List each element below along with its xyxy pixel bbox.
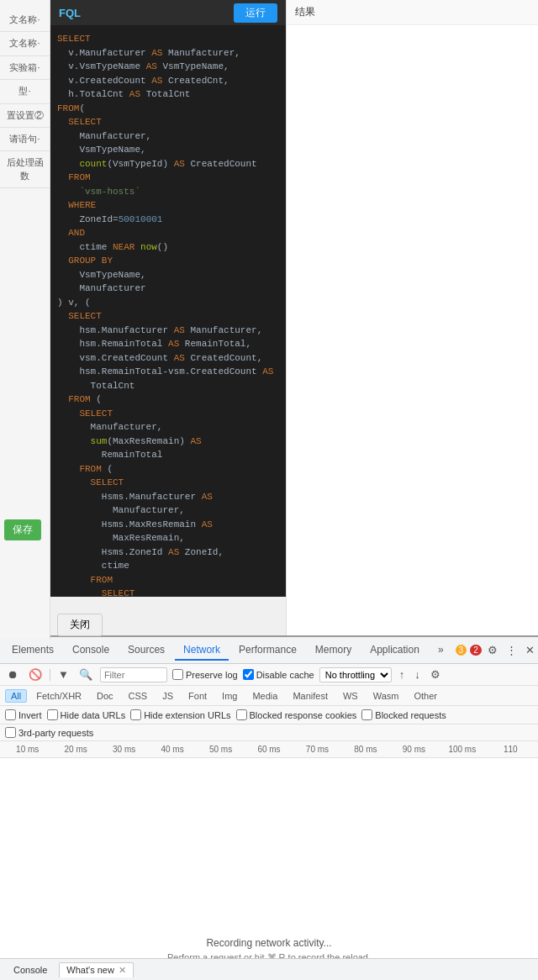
devtools-toolbar: ⏺ 🚫 ▼ 🔍 Preserve log Disable cache No th…: [0, 664, 538, 686]
tab-more[interactable]: »: [430, 640, 452, 661]
filter-css[interactable]: CSS: [123, 689, 154, 703]
close-whats-new[interactable]: ✕: [119, 965, 126, 975]
error-badge: 2: [470, 645, 482, 656]
sidebar-item-7[interactable]: 后处理函数: [0, 151, 50, 188]
code-editor[interactable]: SELECT v.Manufacturer AS Manufacturer, v…: [50, 25, 286, 597]
export-icon[interactable]: ↓: [412, 667, 423, 682]
disable-cache-label[interactable]: Disable cache: [243, 669, 314, 680]
run-button[interactable]: 运行: [234, 3, 277, 23]
third-party-bar: 3rd-party requests: [0, 724, 538, 741]
record-button[interactable]: ⏺: [5, 667, 21, 682]
disable-cache-checkbox[interactable]: [243, 669, 254, 680]
hide-ext-urls-label[interactable]: Hide extension URLs: [130, 709, 230, 720]
tab-sources[interactable]: Sources: [119, 640, 173, 661]
bottom-tab-console[interactable]: Console: [7, 963, 54, 977]
settings-icon[interactable]: ⚙: [485, 642, 500, 658]
timeline-ticks: 10 ms 20 ms 30 ms 40 ms 50 ms 60 ms 70 m…: [0, 741, 538, 757]
filter-checkboxes-bar: Invert Hide data URLs Hide extension URL…: [0, 706, 538, 724]
filter-media[interactable]: Media: [246, 689, 283, 703]
filter-other[interactable]: Other: [408, 689, 443, 703]
filter-img[interactable]: Img: [216, 689, 243, 703]
filter-input[interactable]: [100, 667, 167, 682]
tab-elements[interactable]: Elements: [3, 640, 62, 661]
search-icon[interactable]: 🔍: [76, 667, 95, 682]
hide-data-urls-checkbox[interactable]: [47, 709, 58, 720]
blocked-requests-checkbox[interactable]: [361, 709, 372, 720]
bottom-tabs-bar: Console What's new ✕: [0, 958, 538, 980]
tick-10ms: 10 ms: [3, 745, 51, 754]
third-party-checkbox[interactable]: [5, 727, 16, 738]
tick-100ms: 100 ms: [438, 745, 486, 754]
results-header: 结果: [287, 0, 538, 25]
fql-toolbar: FQL 运行: [50, 0, 286, 25]
preserve-log-label[interactable]: Preserve log: [172, 669, 238, 680]
blocked-requests-label[interactable]: Blocked requests: [361, 709, 446, 720]
filter-ws[interactable]: WS: [337, 689, 364, 703]
tick-70ms: 70 ms: [293, 745, 341, 754]
tab-console[interactable]: Console: [64, 640, 118, 661]
clear-button[interactable]: 🚫: [26, 667, 45, 682]
sidebar-item-4[interactable]: 型·: [0, 80, 50, 103]
sidebar-item-6[interactable]: 请语句·: [0, 128, 50, 151]
dock-icon[interactable]: ⋮: [504, 642, 520, 658]
divider-1: [50, 669, 50, 681]
preserve-log-checkbox[interactable]: [172, 669, 183, 680]
timeline-header: 10 ms 20 ms 30 ms 40 ms 50 ms 60 ms 70 m…: [0, 741, 538, 758]
sidebar: 文名称· 文名称· 实验箱· 型· 置设置② 请语句· 后处理函数: [0, 0, 50, 639]
tick-50ms: 50 ms: [197, 745, 245, 754]
tab-memory[interactable]: Memory: [307, 640, 360, 661]
settings2-icon[interactable]: ⚙: [428, 667, 443, 682]
tick-80ms: 80 ms: [341, 745, 389, 754]
filter-icon[interactable]: ▼: [55, 667, 71, 682]
recording-msg: Recording network activity...: [206, 937, 331, 949]
sidebar-item-1[interactable]: 文名称·: [0, 8, 50, 32]
tick-20ms: 20 ms: [51, 745, 99, 754]
devtools-tabs-bar: Elements Console Sources Network Perform…: [0, 637, 538, 664]
tick-90ms: 90 ms: [390, 745, 438, 754]
network-empty-state: Recording network activity... Perform a …: [0, 758, 538, 980]
tab-application[interactable]: Application: [361, 640, 428, 661]
results-panel: 结果: [286, 0, 538, 639]
tick-40ms: 40 ms: [148, 745, 196, 754]
blocked-cookies-label[interactable]: Blocked response cookies: [236, 709, 357, 720]
filter-manifest[interactable]: Manifest: [287, 689, 334, 703]
filter-wasm[interactable]: Wasm: [367, 689, 405, 703]
throttle-select[interactable]: No throttling Fast 3G Slow 3G Offline: [319, 667, 392, 682]
close-devtools-button[interactable]: ✕: [523, 642, 537, 658]
fql-label: FQL: [59, 7, 81, 19]
devtools-panel: Elements Console Sources Network Perform…: [0, 635, 538, 980]
tab-network[interactable]: Network: [175, 640, 229, 661]
filter-all[interactable]: All: [5, 689, 27, 703]
filter-types-bar: All Fetch/XHR Doc CSS JS Font Img Media …: [0, 686, 538, 706]
hide-data-urls-label[interactable]: Hide data URLs: [47, 709, 126, 720]
hide-ext-urls-checkbox[interactable]: [130, 709, 141, 720]
save-button[interactable]: 保存: [4, 519, 41, 540]
invert-label[interactable]: Invert: [5, 709, 42, 720]
filter-js[interactable]: JS: [156, 689, 179, 703]
close-button[interactable]: 关闭: [57, 614, 103, 636]
filter-fetch[interactable]: Fetch/XHR: [30, 689, 87, 703]
bottom-tab-whats-new[interactable]: What's new ✕: [59, 962, 134, 977]
third-party-label[interactable]: 3rd-party requests: [5, 727, 93, 738]
sidebar-item-2[interactable]: 文名称·: [0, 32, 50, 55]
filter-doc[interactable]: Doc: [91, 689, 119, 703]
tick-30ms: 30 ms: [100, 745, 148, 754]
tab-performance[interactable]: Performance: [230, 640, 305, 661]
warning-badge: 3: [456, 645, 467, 656]
sidebar-item-3[interactable]: 实验箱·: [0, 56, 50, 80]
tick-60ms: 60 ms: [245, 745, 293, 754]
blocked-cookies-checkbox[interactable]: [236, 709, 247, 720]
sidebar-item-5[interactable]: 置设置②: [0, 104, 50, 128]
import-icon[interactable]: ↑: [397, 667, 408, 682]
devtools-right-icons: 3 2 ⚙ ⋮ ✕: [456, 642, 537, 658]
invert-checkbox[interactable]: [5, 709, 16, 720]
filter-font[interactable]: Font: [182, 689, 213, 703]
tick-110: 110: [487, 745, 535, 754]
